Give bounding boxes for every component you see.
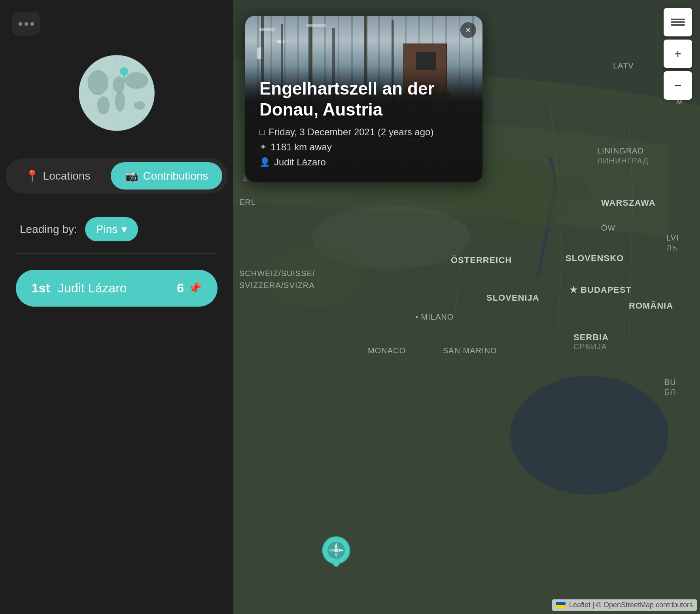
svg-point-6 [134,101,145,110]
globe-icon [75,51,158,135]
snow-branch-top-2 [306,24,326,27]
pin-count-label: 6 [177,281,184,296]
svg-point-5 [125,72,148,89]
snow-branch-top-1 [259,28,275,31]
tab-contributions[interactable]: 📷 Contributions [111,162,222,190]
map-label-osterreich: ÖSTERREICH [451,255,512,265]
map-area[interactable]: LATV LININGRAD ЛИНИНГРАД WARSZAWA SCHWEI… [233,0,700,614]
card-close-button[interactable]: × [460,22,476,38]
layer-line-1 [671,19,685,20]
map-label-bu-cy: БЛ [664,388,675,397]
map-label-latv: LATV [613,61,634,70]
user-icon: 👤 [259,157,270,167]
layers-button[interactable] [664,8,692,36]
card-info: Engelhartszell an der Donau, Austria □ F… [245,66,482,182]
map-attribution: Leaflet | © OpenStreetMap contributors [552,599,697,611]
menu-dot-1 [19,22,22,26]
location-card: Engelhartszell an der Donau, Austria □ F… [245,16,482,182]
menu-dot-2 [25,22,28,26]
entry-right: 6 📌 [177,281,202,296]
layer-line-2 [671,21,685,23]
close-icon: × [466,25,471,35]
map-label-lvi: LVI [666,233,679,243]
calendar-icon: □ [259,127,265,137]
map-controls: + − [664,8,692,100]
map-marker-bottom [320,535,352,574]
zoom-out-button[interactable]: − [664,71,692,100]
map-label-svizzera: SVIZZERA/SVIZRA [239,281,315,290]
locations-icon: 📍 [25,169,39,182]
leaderboard-entry-1[interactable]: 1st Judit Lázaro 6 📌 [16,270,218,307]
svg-point-1 [88,70,109,95]
card-image: Engelhartszell an der Donau, Austria □ F… [245,16,482,182]
ukraine-flag [556,602,566,608]
tab-locations-label: Locations [43,170,91,182]
card-user-row: 👤 Judit Lázaro [259,157,468,168]
map-label-schweiz: SCHWEIZ/SUISSE/ [239,269,315,278]
card-user: Judit Lázaro [274,157,326,168]
attribution-text: Leaflet | © OpenStreetMap contributors [569,601,693,609]
map-label-lvi-cy: ЛЬ [666,243,677,252]
map-label-liningrad-ru: ЛИНИНГРАД [597,156,649,165]
map-label-slovensko: SLOVENSKO [566,253,624,263]
zoom-in-button[interactable]: + [664,40,692,68]
map-label-sanmarino: SAN MARINO [443,346,497,355]
svg-point-15 [510,376,668,495]
chevron-down-icon: ▾ [121,223,127,236]
map-label-monaco: MONACO [368,346,406,355]
map-label-erl: ERL [239,198,256,207]
map-label-romania: ROMÂNIA [629,301,673,311]
map-label-budapest: ★ BUDAPEST [569,285,632,295]
layer-line-3 [671,24,685,26]
map-label-milano: • MILANO [415,313,454,322]
leading-select-label: Pins [96,223,117,236]
globe-container [71,47,162,138]
card-date-row: □ Friday, 3 December 2021 (2 years ago) [259,127,468,138]
tab-contributions-label: Contributions [143,170,208,182]
rank-label: 1st [32,281,50,296]
pin-count-icon: 📌 [188,282,202,295]
svg-point-22 [334,548,338,552]
map-label-serbia-cy: СРБИЈА [573,342,607,351]
tab-group: 📍 Locations 📷 Contributions [6,158,228,193]
card-distance-row: ✦ 1181 km away [259,142,468,153]
leading-row: Leading by: Pins ▾ [16,217,138,241]
svg-point-3 [113,76,125,93]
svg-point-10 [123,79,125,81]
divider [16,253,218,254]
card-date: Friday, 3 December 2021 (2 years ago) [269,127,433,138]
card-distance: 1181 km away [271,142,332,153]
user-name-label: Judit Lázaro [58,281,127,296]
menu-dot-3 [30,22,34,26]
map-label-ow: ÖW [601,224,615,233]
leading-label: Leading by: [20,223,77,236]
leading-select[interactable]: Pins ▾ [85,217,138,241]
map-label-slovenija: SLOVENIJA [486,293,539,303]
contributions-icon: 📷 [125,169,139,182]
map-label-bu: BU [664,378,676,387]
map-label-warszawa: WARSZAWA [601,198,656,208]
card-meta: □ Friday, 3 December 2021 (2 years ago) … [259,127,468,168]
distance-icon: ✦ [259,142,267,152]
entry-left: 1st Judit Lázaro [32,281,127,296]
menu-button[interactable] [12,12,40,36]
tab-locations[interactable]: 📍 Locations [11,162,105,190]
map-label-liningrad: LININGRAD [597,146,644,155]
left-panel: 📍 Locations 📷 Contributions Leading by: … [0,0,233,614]
svg-point-2 [97,96,110,114]
card-title: Engelhartszell an der Donau, Austria [259,78,468,120]
map-label-serbia: SERBIA [573,332,609,343]
